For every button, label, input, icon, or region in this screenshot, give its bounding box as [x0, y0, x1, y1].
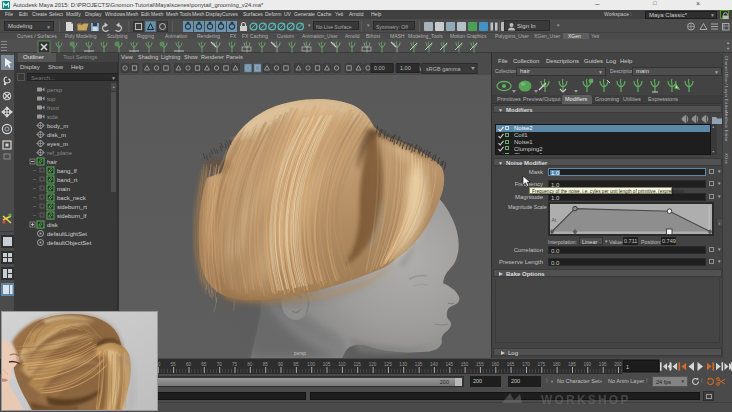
- svg-text:140: 140: [430, 362, 438, 367]
- svg-text:bang_lf: bang_lf: [57, 168, 77, 174]
- svg-text:150: 150: [461, 362, 469, 367]
- svg-text:105: 105: [323, 362, 331, 367]
- svg-text:180: 180: [553, 362, 561, 367]
- svg-text:75: 75: [232, 362, 238, 367]
- svg-text:back_neck: back_neck: [57, 195, 87, 201]
- svg-text:145: 145: [445, 362, 453, 367]
- svg-text:front: front: [47, 105, 59, 111]
- svg-text:135: 135: [415, 362, 423, 367]
- svg-text:sideburn_lf: sideburn_lf: [57, 213, 87, 219]
- svg-text:190: 190: [583, 362, 591, 367]
- svg-text:165: 165: [507, 362, 515, 367]
- svg-text:0.00: 0.00: [374, 65, 385, 71]
- svg-text:85: 85: [263, 362, 269, 367]
- svg-text:1.00: 1.00: [400, 65, 411, 71]
- svg-text:sideburn_rt: sideburn_rt: [57, 204, 87, 210]
- svg-text:80: 80: [247, 362, 253, 367]
- svg-text:side: side: [47, 114, 59, 120]
- svg-text:200: 200: [614, 362, 622, 367]
- svg-text:1: 1: [626, 364, 629, 370]
- svg-text:WORKSHOP: WORKSHOP: [541, 393, 631, 407]
- svg-text:defaultLightSet: defaultLightSet: [47, 231, 87, 237]
- svg-text:160: 160: [491, 362, 499, 367]
- svg-text:main: main: [57, 186, 70, 192]
- svg-text:eyes_m: eyes_m: [47, 141, 68, 147]
- svg-text:65: 65: [201, 362, 207, 367]
- svg-text:110: 110: [338, 362, 346, 367]
- svg-text:175: 175: [537, 362, 545, 367]
- svg-text:At: At: [552, 217, 557, 223]
- svg-text:disk: disk: [47, 222, 59, 228]
- svg-text:100: 100: [307, 362, 315, 367]
- svg-text:55: 55: [171, 362, 177, 367]
- svg-text:155: 155: [476, 362, 484, 367]
- svg-text:defaultObjectSet: defaultObjectSet: [47, 240, 92, 246]
- svg-text:170: 170: [522, 362, 530, 367]
- svg-text:body_m: body_m: [47, 123, 68, 129]
- svg-text:band_rt: band_rt: [57, 177, 78, 183]
- svg-text:persp: persp: [294, 351, 306, 356]
- svg-text:70: 70: [217, 362, 223, 367]
- svg-text:195: 195: [599, 362, 607, 367]
- svg-text:90: 90: [278, 362, 284, 367]
- svg-text:120: 120: [369, 362, 377, 367]
- svg-text:persp: persp: [47, 87, 63, 93]
- svg-text:130: 130: [399, 362, 407, 367]
- svg-text:95: 95: [293, 362, 299, 367]
- svg-text:sRGB gamma: sRGB gamma: [426, 66, 461, 72]
- svg-text:ref_plane: ref_plane: [47, 150, 73, 156]
- svg-text:hair: hair: [47, 159, 57, 165]
- svg-text:125: 125: [384, 362, 392, 367]
- svg-text:top: top: [47, 96, 56, 102]
- svg-text:115: 115: [354, 362, 362, 367]
- svg-text:disk_m: disk_m: [47, 132, 66, 138]
- svg-text:185: 185: [568, 362, 576, 367]
- svg-text:60: 60: [186, 362, 192, 367]
